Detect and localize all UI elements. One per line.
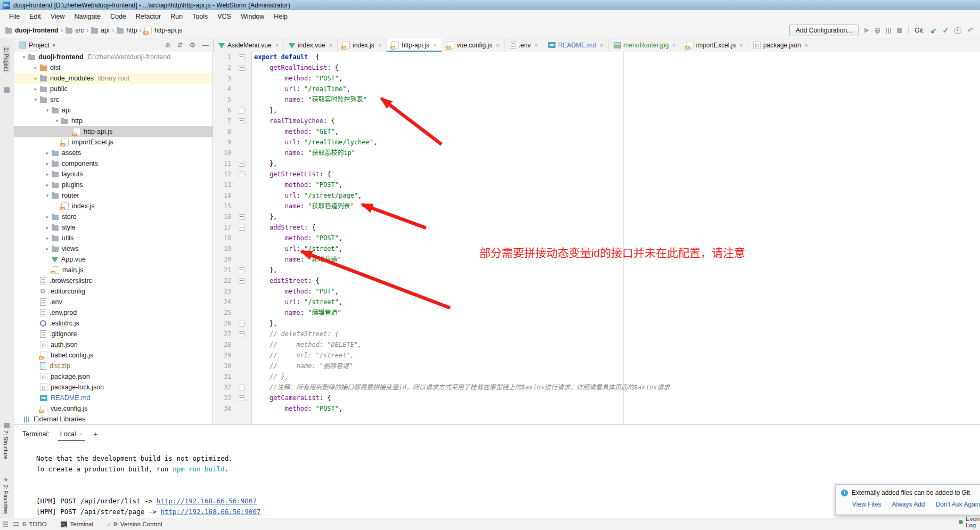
close-icon[interactable]: × xyxy=(378,42,381,48)
rollback-icon[interactable]: ↶ xyxy=(967,27,974,34)
menu-help[interactable]: Help xyxy=(269,11,292,22)
toolwindow-toggle-icon[interactable] xyxy=(3,521,8,527)
editor-tab-README.md[interactable]: README.md× xyxy=(543,38,609,52)
collapse-all-icon[interactable]: ⇵ xyxy=(177,41,183,49)
chevron-down-icon[interactable]: ▾ xyxy=(20,54,28,60)
terminal-link[interactable]: http://192.168.66.56:9007 xyxy=(157,497,257,505)
tree-item-store[interactable]: ▸store xyxy=(14,211,213,222)
fold-icon[interactable] xyxy=(239,395,244,401)
editor-tab-.env[interactable]: .env× xyxy=(505,38,543,52)
chevron-right-icon[interactable]: ▸ xyxy=(43,182,52,187)
tree-item-vue.config.js[interactable]: vue.config.js xyxy=(14,403,213,414)
tree-item-External Libraries[interactable]: External Libraries xyxy=(14,414,213,425)
stop-icon[interactable] xyxy=(897,28,902,33)
project-tree[interactable]: ▾duoji-frontendD:\zheheWeb\duoji-fronten… xyxy=(14,52,213,425)
chevron-right-icon[interactable]: ▸ xyxy=(43,214,52,219)
add-configuration-button[interactable]: Add Configuration... xyxy=(789,25,859,36)
tree-item-api[interactable]: ▾api xyxy=(14,105,213,116)
editor-tab-index.vue[interactable]: index.vue× xyxy=(284,38,338,52)
locate-file-icon[interactable]: ⊕ xyxy=(165,41,171,49)
project-panel-title[interactable]: Project xyxy=(29,42,50,49)
close-icon[interactable]: × xyxy=(79,431,83,437)
tree-item-dist.zip[interactable]: dist.zip xyxy=(14,361,213,371)
menu-vcs[interactable]: VCS xyxy=(213,11,236,22)
tree-item-style[interactable]: ▸style xyxy=(14,222,213,233)
tree-item-package-lock.json[interactable]: package-lock.json xyxy=(14,382,213,393)
tree-item-router[interactable]: ▾router xyxy=(14,190,213,201)
close-icon[interactable]: × xyxy=(496,42,499,48)
chevron-right-icon[interactable]: ▸ xyxy=(43,161,52,166)
chevron-right-icon[interactable]: ▸ xyxy=(43,150,52,156)
chevron-right-icon[interactable]: ▸ xyxy=(43,235,52,241)
tree-item-duoji-frontend[interactable]: ▾duoji-frontendD:\zheheWeb\duoji-fronten… xyxy=(14,52,213,62)
menu-refactor[interactable]: Refactor xyxy=(131,11,166,22)
tree-item-utils[interactable]: ▸utils xyxy=(14,233,213,243)
tree-item-index.js[interactable]: index.js xyxy=(14,201,213,211)
close-icon[interactable]: × xyxy=(329,42,332,48)
menu-view[interactable]: View xyxy=(46,11,70,22)
tree-item-src[interactable]: ▾src xyxy=(14,94,213,105)
editor-tab-index.js[interactable]: index.js× xyxy=(338,38,387,52)
tree-item-.env.prod[interactable]: .env.prod xyxy=(14,307,213,318)
git-update-icon[interactable]: ↙ xyxy=(930,27,937,34)
close-icon[interactable]: × xyxy=(534,42,537,48)
dont-ask-again-link[interactable]: Don't Ask Again xyxy=(936,501,980,508)
close-icon[interactable]: × xyxy=(433,42,436,48)
tree-item-.gitignore[interactable]: .gitignore xyxy=(14,329,213,339)
tree-item-.eslintrc.js[interactable]: .eslintrc.js xyxy=(14,318,213,329)
new-terminal-icon[interactable]: + xyxy=(93,430,97,438)
tree-item-dist[interactable]: ▸dist xyxy=(14,62,213,73)
fold-icon[interactable] xyxy=(239,214,244,220)
terminal-link[interactable]: http://192.168.66.56:9007 xyxy=(160,508,260,516)
editor-tab-menuRouter.jpg[interactable]: menuRouter.jpg× xyxy=(609,38,681,52)
chevron-right-icon[interactable]: ▸ xyxy=(31,76,40,81)
tree-item-package.json[interactable]: package.json xyxy=(14,371,213,382)
breadcrumb-item[interactable]: api xyxy=(91,27,109,34)
toolbutton-favorites[interactable]: 2: Favorites xyxy=(3,485,9,514)
code-editor[interactable]: 1export default {2 getRealTimeList: {3 m… xyxy=(213,52,980,425)
fold-icon[interactable] xyxy=(239,385,244,390)
chevron-right-icon[interactable]: ▸ xyxy=(43,246,52,251)
close-icon[interactable]: × xyxy=(739,42,742,48)
fold-icon[interactable] xyxy=(239,54,244,60)
menu-navigate[interactable]: Navigate xyxy=(70,11,105,22)
fold-icon[interactable] xyxy=(239,161,244,167)
fold-icon[interactable] xyxy=(239,225,244,231)
terminal-tab-local[interactable]: Local × xyxy=(58,425,85,443)
tree-item-main.js[interactable]: main.js xyxy=(14,265,213,275)
menu-file[interactable]: File xyxy=(4,11,24,22)
fold-icon[interactable] xyxy=(239,267,244,273)
coverage-icon[interactable] xyxy=(886,28,891,34)
chevron-right-icon[interactable]: ▸ xyxy=(31,86,40,92)
tree-item-.env[interactable]: .env xyxy=(14,297,213,307)
chevron-right-icon[interactable]: ▸ xyxy=(43,225,52,230)
breadcrumb-item[interactable]: duoji-frontend xyxy=(5,27,58,34)
tree-item-components[interactable]: ▸components xyxy=(14,158,213,169)
always-add-link[interactable]: Always Add xyxy=(892,501,925,508)
editor-tab-AsideMenu.vue[interactable]: AsideMenu.vue× xyxy=(214,38,284,52)
tree-item-.browserslistrc[interactable]: .browserslistrc xyxy=(14,275,213,286)
chevron-right-icon[interactable]: ▸ xyxy=(43,172,52,177)
fold-icon[interactable] xyxy=(239,118,244,124)
fold-icon[interactable] xyxy=(239,331,244,337)
chevron-down-icon[interactable]: ▾ xyxy=(31,97,40,102)
fold-icon[interactable] xyxy=(239,65,244,71)
menu-run[interactable]: Run xyxy=(166,11,187,22)
menu-window[interactable]: Window xyxy=(236,11,269,22)
fold-icon[interactable] xyxy=(239,108,244,113)
tree-item-assets[interactable]: ▸assets xyxy=(14,148,213,158)
hide-panel-icon[interactable]: ― xyxy=(202,41,209,49)
breadcrumb-item[interactable]: http-api.js xyxy=(144,27,182,34)
gear-icon[interactable]: ⚙ xyxy=(189,41,195,49)
tree-item-public[interactable]: ▸public xyxy=(14,84,213,94)
debug-icon[interactable] xyxy=(875,28,880,34)
run-icon[interactable] xyxy=(864,28,869,33)
tree-item-node_modules[interactable]: ▸node_moduleslibrary root xyxy=(14,73,213,84)
menu-code[interactable]: Code xyxy=(105,11,131,22)
tree-item-http-api.js[interactable]: http-api.js xyxy=(14,126,213,137)
chevron-right-icon[interactable]: ▸ xyxy=(31,65,40,70)
menu-edit[interactable]: Edit xyxy=(24,11,46,22)
statusbar-item-terminal[interactable]: Terminal xyxy=(61,521,93,527)
menu-tools[interactable]: Tools xyxy=(187,11,213,22)
history-icon[interactable] xyxy=(954,27,961,34)
